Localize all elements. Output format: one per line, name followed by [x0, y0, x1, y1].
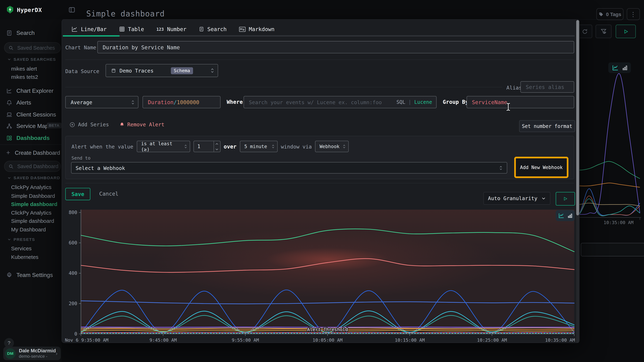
y-tick-label: 600	[69, 240, 77, 245]
sidebar-item-service-map[interactable]: Service Map BETA	[0, 120, 62, 132]
line-chart-icon	[558, 213, 564, 218]
user-subtitle: demo-service -	[19, 354, 56, 359]
refresh-icon	[582, 29, 588, 34]
tab-markdown[interactable]: Markdown	[233, 23, 281, 35]
chart-type-tabs: Line/Bar Table 123 Number Search	[65, 23, 281, 35]
chevron-down-icon	[541, 196, 546, 200]
markdown-icon	[239, 26, 246, 32]
text-cursor	[506, 103, 511, 111]
preset-item[interactable]: Kubernetes	[11, 254, 38, 260]
saved-searches-input[interactable]	[4, 42, 61, 53]
spinner-up-icon[interactable]	[215, 143, 218, 145]
dashboard-item[interactable]: ClickPy Analytics	[11, 210, 52, 216]
sidebar-divider	[0, 144, 62, 145]
send-to-label: Send to	[72, 156, 90, 161]
edit-chart-modal: Line/Bar Table 123 Number Search	[62, 19, 580, 343]
saved-searches-header[interactable]: SAVED SEARCHES	[7, 57, 56, 61]
tab-search[interactable]: Search	[192, 23, 233, 35]
sidebar-item-alerts[interactable]: Alerts	[0, 97, 62, 108]
dashboard-item[interactable]: Simple dashboard	[11, 218, 54, 224]
tags-button[interactable]: 0 Tags	[596, 8, 624, 20]
saved-dashboards-header[interactable]: SAVED DASHBOARD	[7, 176, 60, 180]
refresh-button[interactable]	[578, 25, 592, 38]
over-label: over	[224, 143, 236, 149]
preview-run-button[interactable]	[556, 192, 575, 205]
dashboard-item[interactable]: ClickPy Analytics	[11, 184, 52, 190]
help-button[interactable]: ?	[4, 338, 14, 348]
spinner-down-icon[interactable]	[215, 148, 218, 151]
remove-alert-button[interactable]: Remove Alert	[120, 122, 164, 128]
aggregation-value: Average	[71, 99, 92, 105]
chart-name-input[interactable]	[97, 41, 574, 53]
brand[interactable]: HyperDX	[6, 6, 42, 13]
presets-header[interactable]: PRESETS	[7, 237, 35, 242]
sidebar-item-client-sessions[interactable]: Client Sessions	[0, 109, 62, 120]
add-series-button[interactable]: Add Series	[70, 122, 109, 128]
saved-search-item[interactable]: mikes tets2	[11, 74, 38, 80]
data-source-select[interactable]: Demo Traces Schema	[106, 64, 218, 77]
filter-button[interactable]	[596, 25, 612, 38]
aggregation-select[interactable]: Average	[65, 96, 138, 108]
language-toggle[interactable]: SQL | Lucene	[396, 99, 432, 105]
database-icon	[111, 68, 116, 73]
gear-icon	[6, 272, 12, 278]
set-number-format-button[interactable]: Set number format	[519, 120, 575, 132]
number-123-icon: 123	[156, 27, 164, 31]
alert-channel-select[interactable]: Webhook	[315, 141, 349, 152]
webhook-select[interactable]: Select a Webhook	[71, 162, 507, 174]
chevron-down-icon	[7, 237, 11, 241]
chevrons-updown-icon	[271, 144, 274, 149]
tab-number[interactable]: 123 Number	[150, 23, 193, 35]
sidebar-item-label: Team Settings	[16, 272, 53, 278]
alert-operator-select[interactable]: is at least (≥)	[136, 141, 190, 152]
number-spinner[interactable]	[214, 141, 220, 152]
where-search-input[interactable]: SQL | Lucene	[244, 96, 436, 108]
saved-dashboards-input[interactable]	[4, 161, 61, 172]
data-source-value: Demo Traces	[120, 68, 154, 74]
field-expression-input[interactable]: Duration/1000000	[142, 96, 220, 108]
alert-threshold-label: Alert Threshold	[307, 327, 348, 332]
y-tick-label: 400	[69, 270, 77, 276]
y-tick-label: 0	[74, 331, 77, 337]
scrollbar-thumb[interactable]	[576, 20, 579, 215]
dashboard-item[interactable]: Simple Dashboard	[11, 193, 55, 199]
saved-search-item[interactable]: mikes alert	[11, 66, 37, 72]
add-new-webhook-button[interactable]: Add New Webhook	[514, 157, 568, 178]
create-dashboard-label: Create Dashboard	[15, 150, 60, 156]
preset-item[interactable]: Services	[11, 245, 32, 251]
dashboard-item[interactable]: My Dashboard	[11, 226, 46, 232]
alert-condition-row: Alert when the value is at least (≥) ove…	[72, 141, 349, 152]
sidebar-item-label: Client Sessions	[16, 111, 56, 118]
create-dashboard-button[interactable]: Create Dashboard	[0, 147, 62, 158]
modal-scrollbar[interactable]	[576, 20, 579, 343]
alert-threshold-input[interactable]	[193, 141, 220, 152]
sidebar-item-dashboards[interactable]: Dashboards	[0, 132, 62, 144]
chevrons-updown-icon	[131, 100, 135, 105]
tab-table[interactable]: Table	[113, 23, 150, 35]
more-options-button[interactable]: ⋮	[627, 8, 640, 20]
y-tick-label: 800	[69, 210, 77, 215]
alert-window-select[interactable]: 5 minute	[240, 141, 278, 152]
tags-label: 0 Tags	[606, 11, 621, 17]
app-root: HyperDX Simple dashboard 0 Tags ⋮	[0, 0, 644, 362]
sidebar-item-chart-explorer[interactable]: Chart Explorer	[0, 85, 62, 96]
group-by-input[interactable]: ServiceName	[466, 96, 574, 108]
background-panel-edge	[581, 243, 644, 256]
granularity-select[interactable]: Auto Granularity	[483, 192, 550, 204]
tab-line-bar[interactable]: Line/Bar	[65, 23, 113, 35]
user-card[interactable]: DM Dale McDiarmid demo-service - ›	[3, 347, 61, 360]
chevron-down-icon	[7, 57, 11, 61]
sidebar-collapse-icon[interactable]	[68, 6, 76, 13]
alias-input[interactable]	[520, 81, 574, 93]
saved-searches-field[interactable]	[16, 44, 59, 51]
run-query-button[interactable]	[616, 25, 636, 38]
sidebar-item-team-settings[interactable]: Team Settings	[0, 269, 62, 281]
save-button[interactable]: Save	[65, 188, 90, 200]
search-list-icon	[6, 29, 12, 36]
saved-dashboards-field[interactable]	[16, 163, 59, 170]
chart-type-toggle[interactable]	[556, 210, 574, 221]
sidebar-item-label: Dashboards	[16, 135, 50, 141]
cancel-button[interactable]: Cancel	[96, 188, 121, 199]
dashboard-item-active[interactable]: Simple dashboard	[11, 201, 58, 207]
sidebar-item-search[interactable]: Search	[0, 27, 62, 39]
